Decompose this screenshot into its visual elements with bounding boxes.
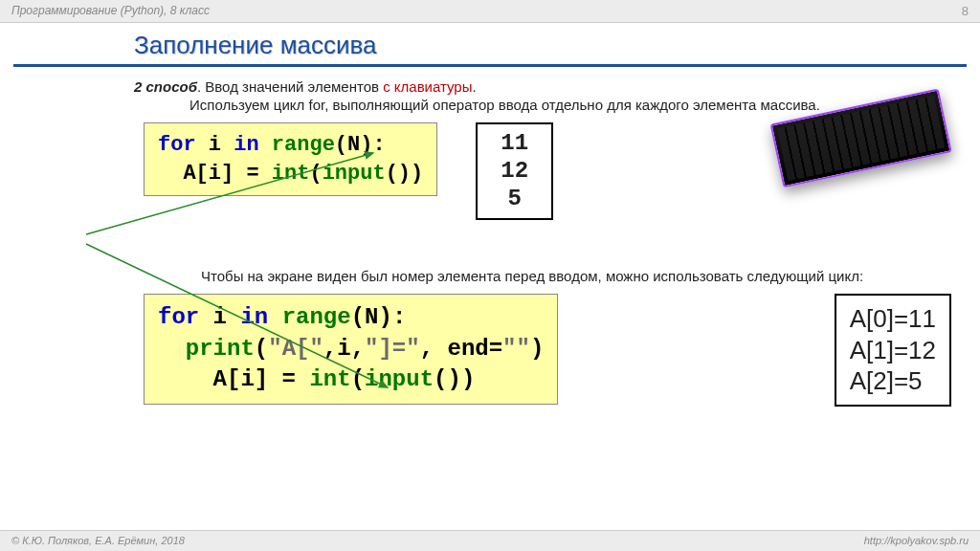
page-number: 8 [962, 4, 969, 18]
tok-ai-eq2: A[i] = [158, 366, 309, 392]
fn-input: input [323, 162, 386, 186]
out1-line: 12 [501, 158, 528, 186]
output-box-2: A[0]=11 A[1]=12 A[2]=5 [835, 294, 951, 407]
fn-int2: int [309, 366, 350, 392]
slide-header: Программирование (Python), 8 класс 8 [0, 0, 980, 23]
slide-title: Заполнение массива [134, 31, 980, 60]
subject-label: Программирование (Python), 8 класс [11, 4, 210, 18]
tok-parenN2: (N): [351, 304, 407, 330]
title-underline [13, 64, 967, 67]
out1-line: 5 [501, 186, 528, 213]
copyright: © К.Ю. Поляков, Е.А. Ерёмин, 2018 [11, 535, 185, 547]
tok-i2: i [199, 304, 240, 330]
method-number: 2 способ [134, 78, 197, 95]
tok-ai-eq: A[i] = [158, 162, 272, 186]
method-intro: . Ввод значений элементов [197, 78, 383, 95]
tok-lp2: ( [351, 366, 365, 392]
kw-in2: in [240, 304, 268, 330]
tok-rparens: ()) [386, 162, 424, 186]
tok-paren-n: (N): [335, 133, 386, 157]
method-highlight: с клавиатуры [383, 78, 472, 95]
code-block-1: for i in range(N): A[i] = int(input()) [144, 122, 437, 196]
out2-line: A[0]=11 [850, 303, 936, 335]
method-line: 2 способ. Ввод значений элементов с клав… [134, 78, 951, 95]
fn-range: range [259, 133, 335, 157]
code-block-2: for i in range(N): print("A[",i,"]=", en… [144, 294, 558, 404]
fn-print: print [158, 336, 255, 362]
tok-rp2: ()) [434, 366, 475, 392]
tok-end: , end= [420, 336, 502, 362]
out1-line: 11 [501, 130, 528, 158]
method-dot: . [473, 78, 477, 95]
mid-description: Чтобы на экране виден был номер элемента… [201, 268, 871, 284]
kw-for: for [158, 133, 196, 157]
str-empty: "" [502, 336, 530, 362]
str-Arb: "]=" [365, 336, 420, 362]
slide-footer: © К.Ю. Поляков, Е.А. Ерёмин, 2018 http:/… [0, 530, 980, 551]
tok-lp: ( [255, 336, 268, 362]
tok-i: i [196, 133, 234, 157]
row-code2: for i in range(N): print("A[",i,"]=", en… [144, 294, 951, 407]
str-Alb: "A[" [268, 336, 323, 362]
footer-url: http://kpolyakov.spb.ru [864, 535, 969, 547]
out2-line: A[1]=12 [850, 335, 936, 366]
kw-for2: for [158, 304, 199, 330]
tok-lparen: ( [309, 162, 322, 186]
kw-in: in [234, 133, 258, 157]
output-box-1: 11 12 5 [476, 122, 553, 220]
tok-rp: ) [530, 336, 544, 362]
out2-line: A[2]=5 [850, 365, 936, 397]
fn-input2: input [365, 366, 434, 392]
tok-comma-i: ,i, [323, 336, 365, 362]
fn-range2: range [268, 304, 350, 330]
fn-int: int [272, 162, 310, 186]
